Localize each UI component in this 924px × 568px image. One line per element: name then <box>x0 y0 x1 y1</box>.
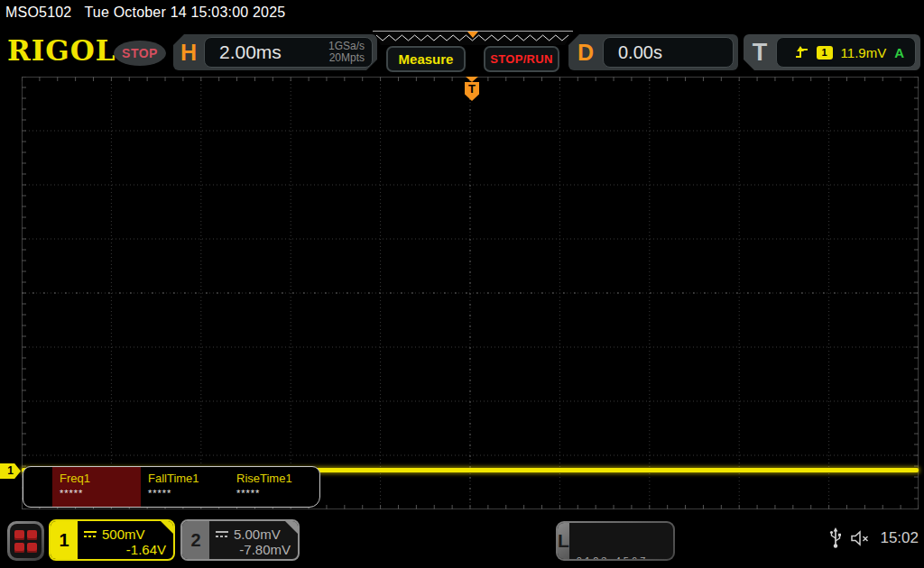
channel1-number: 1 <box>51 521 78 559</box>
measurement-risetime1[interactable]: RiseTime1 ***** <box>229 467 318 507</box>
channel1-block[interactable]: 1 500mV -1.64V <box>49 519 175 561</box>
trigger-position-marker[interactable]: T <box>465 77 479 101</box>
channel2-block[interactable]: 2 5.00mV -7.80mV <box>180 519 300 561</box>
dc-coupling-icon <box>215 530 229 538</box>
trigger-label: T <box>744 39 776 67</box>
memory-trigger-position-icon <box>467 32 478 38</box>
logic-row-0-7: 0 1 2 3 4 5 6 7 <box>577 554 673 559</box>
logic-label: L <box>558 523 569 559</box>
measurement-freq1[interactable]: Freq1 ***** <box>52 467 141 507</box>
measurement-falltime1[interactable]: FallTime1 ***** <box>141 467 229 507</box>
clock: 15:02 <box>880 529 919 547</box>
model-name: MSO5102 <box>5 5 71 20</box>
datetime: Tue October 14 15:03:00 2025 <box>84 5 285 20</box>
menu-grid-icon <box>10 524 42 558</box>
channel2-number: 2 <box>182 521 209 559</box>
trigger-panel[interactable]: T 1 11.9mV A <box>744 34 920 70</box>
trigger-source-badge: 1 <box>817 46 833 60</box>
status-bar: MSO5102Tue October 14 15:03:00 2025 <box>5 5 285 21</box>
channel2-offset: -7.80mV <box>215 542 291 557</box>
menu-button[interactable] <box>7 521 44 561</box>
measurement-box[interactable]: Freq1 ***** FallTime1 ***** RiseTime1 **… <box>23 466 320 508</box>
dc-coupling-icon <box>83 530 97 538</box>
horizontal-panel[interactable]: H 2.00ms 1GSa/s 20Mpts <box>173 34 377 70</box>
stop-run-button[interactable]: STOP/RUN <box>484 46 559 72</box>
rigol-logo: RIGOL <box>7 34 116 67</box>
delay-panel[interactable]: D 0.00s <box>568 34 738 70</box>
usb-icon <box>829 527 842 549</box>
timebase-value: 2.00ms <box>219 41 282 63</box>
trigger-level: 11.9mV <box>841 45 887 60</box>
memory-depth: 20Mpts <box>328 52 365 64</box>
measure-button[interactable]: Measure <box>386 46 466 72</box>
corner-decoration <box>285 521 298 534</box>
delay-value: 0.00s <box>618 42 662 63</box>
channel2-scale: 5.00mV <box>234 527 281 542</box>
oscilloscope-screen: MSO5102Tue October 14 15:03:00 2025 RIGO… <box>0 0 924 568</box>
trigger-mode: A <box>894 45 904 60</box>
channel1-position-marker[interactable]: 1 <box>0 463 21 479</box>
graticule: T Freq1 ***** FallTime1 ***** RiseTime1 … <box>22 77 919 509</box>
trigger-notch-icon <box>466 77 478 82</box>
channel1-offset: -1.64V <box>83 542 166 557</box>
horizontal-label: H <box>173 40 204 66</box>
speaker-muted-icon[interactable] <box>851 530 871 546</box>
rising-edge-icon <box>795 45 808 60</box>
logic-channels-block[interactable]: L 0 1 2 3 4 5 6 7 8 9 10 11 12 13 14 15 <box>556 521 675 561</box>
grid <box>22 77 919 509</box>
run-state-badge: STOP <box>114 41 166 66</box>
corner-decoration <box>161 521 173 534</box>
delay-label: D <box>568 40 603 66</box>
measurement-box-handle[interactable] <box>23 467 52 507</box>
channel1-scale: 500mV <box>102 527 145 542</box>
